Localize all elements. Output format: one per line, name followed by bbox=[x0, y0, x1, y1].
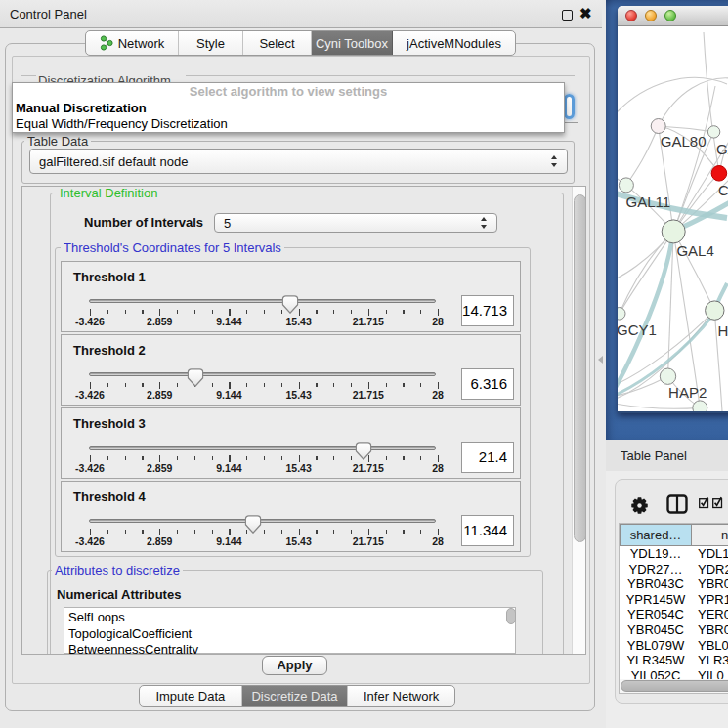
svg-text:GA: GA bbox=[716, 141, 728, 157]
svg-text:H: H bbox=[718, 322, 728, 339]
svg-text:GCY1: GCY1 bbox=[618, 321, 657, 338]
svg-text:GAL11: GAL11 bbox=[626, 193, 671, 210]
svg-text:CA: CA bbox=[718, 182, 728, 198]
svg-text:HAP2: HAP2 bbox=[668, 384, 707, 401]
svg-text:GAL4: GAL4 bbox=[676, 242, 713, 259]
svg-text:GAL80: GAL80 bbox=[661, 133, 707, 150]
